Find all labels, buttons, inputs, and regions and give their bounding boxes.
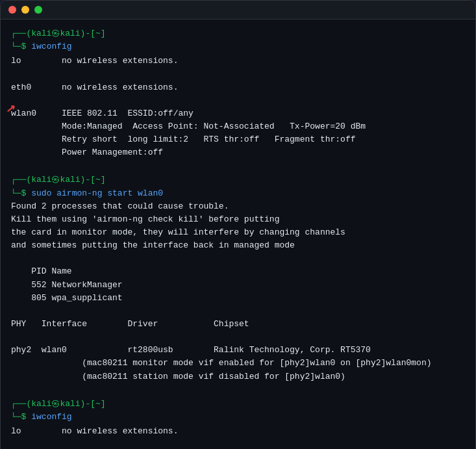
red-arrow-1: ↗ <box>6 101 14 116</box>
output-text-1: lo no wireless extensions. eth0 no wirel… <box>11 55 465 159</box>
output-text-3: lo no wireless extensions. eth0 no wirel… <box>11 425 465 449</box>
maximize-dot[interactable] <box>34 6 42 14</box>
output-3: lo no wireless extensions. eth0 no wirel… <box>11 425 465 449</box>
section-2: ┌──(kali㉿kali)-[~] └─$ sudo airmon-ng st… <box>11 173 465 383</box>
terminal-body: ┌──(kali㉿kali)-[~] └─$ iwconfig lo no wi… <box>1 19 475 449</box>
terminal-titlebar <box>1 1 475 19</box>
section-3: ┌──(kali㉿kali)-[~] └─$ iwconfig lo no wi… <box>11 398 465 449</box>
terminal-window: ┌──(kali㉿kali)-[~] └─$ iwconfig lo no wi… <box>0 0 476 449</box>
prompt-1: ┌──(kali㉿kali)-[~] └─$ iwconfig <box>11 27 465 53</box>
output-text-2: Found 2 processes that could cause troub… <box>11 200 465 383</box>
section-1: ┌──(kali㉿kali)-[~] └─$ iwconfig lo no wi… <box>11 27 465 159</box>
minimize-dot[interactable] <box>21 6 29 14</box>
output-1: lo no wireless extensions. eth0 no wirel… <box>11 55 465 159</box>
close-dot[interactable] <box>8 6 16 14</box>
